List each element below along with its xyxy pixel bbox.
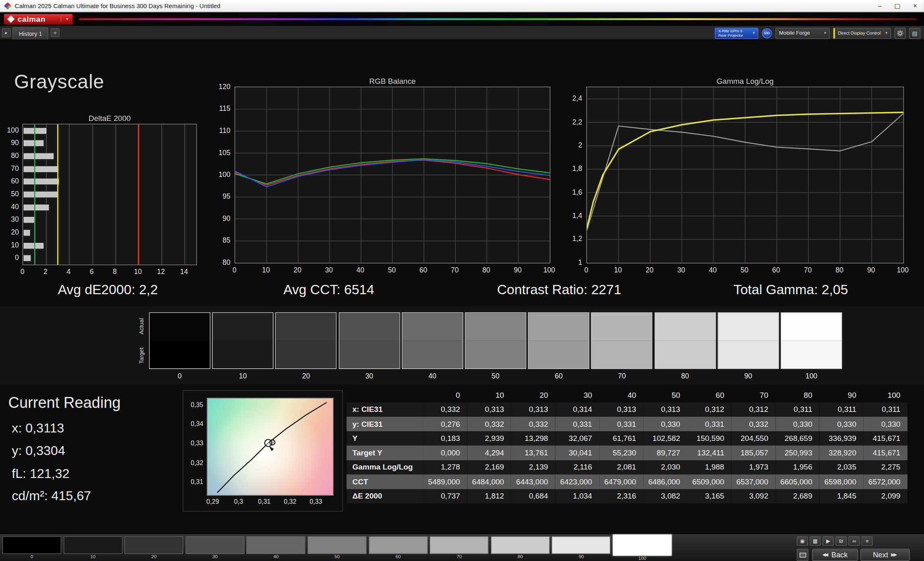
swatch-level-label: 60 [529,372,589,380]
reference-line [57,125,58,265]
table-cell: 2,316 [599,489,643,503]
swatch-target [529,341,589,368]
table-col-header-70: 70 [731,388,775,402]
swatch-target [465,341,525,368]
table-row-label: ΔE 2000 [347,489,423,503]
grayscale-swatch-70: 70 [591,312,652,369]
table-row: Target Y0,0004,29413,76130,04155,23089,7… [347,445,907,460]
next-label: Next [873,551,888,559]
x-tick-label: 60 [419,266,428,274]
grayscale-swatch-10: 10 [212,312,274,369]
y-tick-label: 1,8 [572,164,582,172]
table-cell: 0,331 [555,417,599,431]
x-tick-label: 70 [451,266,459,274]
x-tick-label: 4 [66,268,71,276]
table-row-label: Target Y [347,445,423,460]
deltae-bar-70 [23,165,59,172]
gamma-chart [586,87,904,264]
x-tick-label: 2 [44,268,48,276]
table-row: Gamma Log/Log1,2782,1692,1392,1162,0812,… [347,460,907,474]
target-icon[interactable]: ◉ [797,536,808,546]
y-tick-label: 100 [7,126,19,134]
table-row: x: CIE310,3320,3130,3130,3140,3130,3130,… [347,402,907,417]
table-row-label: y: CIE31 [347,417,423,431]
y-tick-label: 100 [218,170,230,179]
table-cell: 2,035 [819,460,863,474]
x-tick-label: 80 [835,266,843,274]
table-cell: 204,550 [731,431,775,446]
table-cell: 6537,000 [731,474,775,489]
gamma-chart-title: Gamma Log/Log [586,77,904,85]
swatch-level-label: 70 [592,372,652,380]
table-row-label: Y [347,431,423,446]
table-cell: 1,973 [731,460,775,474]
table-cell: 2,169 [467,460,511,474]
x-tick-label: 70 [804,266,812,274]
x-tick-label: 0,3 [234,498,243,505]
y-tick-label: 1 [578,258,582,266]
currency-icon[interactable]: ₪ [836,536,847,546]
table-cell: 6605,000 [775,474,819,489]
y-tick-label: 95 [222,192,230,200]
swatch-target [781,341,841,368]
gridline [69,125,70,265]
x-tick-label: 60 [772,266,780,274]
table-cell: 32,067 [555,431,599,446]
deltae-y-axis: 1009080706050403020100 [0,124,21,265]
next-button[interactable]: Next ▶▶ [860,549,910,561]
table-cell: 3,082 [643,489,687,503]
pattern-window-icon[interactable] [797,549,808,561]
table-col-header-80: 80 [775,388,819,402]
y-tick-label: 80 [11,152,19,160]
grid-icon[interactable]: ▦ [810,536,821,546]
pattern-tools: ◉▦▶₪∞≡ [0,534,924,561]
table-cell: 1,278 [423,460,467,474]
x-tick-label: 12 [157,268,165,276]
y-tick-label: 85 [222,236,230,244]
infinity-icon[interactable]: ∞ [849,536,860,546]
reading-fl: fL: 121,32 [12,466,69,482]
swatch-target [592,341,652,368]
back-button[interactable]: ◀◀ Back [812,549,858,561]
x-tick-label: 100 [897,266,909,274]
deltae-bar-60 [23,178,60,185]
table-cell: 13,298 [511,431,555,446]
cie-chart-panel: 0,350,340,330,320,31 0,290,30,310,320,33 [183,390,343,511]
x-tick-label: 100 [543,266,555,274]
cursor-pointer [269,446,274,451]
table-col-header-100: 100 [864,388,907,402]
calman-window: Calman 2025 Calman Ultimate for Business… [0,0,924,561]
grayscale-swatch-90: 90 [718,312,779,369]
measurement-table: 0102030405060708090100x: CIE310,3320,313… [347,388,907,503]
x-tick-label: 0,29 [206,498,219,505]
swatch-actual [529,313,589,341]
y-tick-label: 70 [11,164,19,172]
x-tick-label: 0 [21,268,25,276]
locus-curve [217,402,327,492]
y-tick-label: 30 [11,215,19,223]
swatch-actual [276,313,336,341]
table-cell: 2,275 [864,460,907,474]
y-tick-label: 1,2 [572,235,582,243]
table-cell: 6572,000 [864,474,907,489]
x-tick-label: 30 [325,266,333,274]
table-cell: 0,000 [423,445,467,460]
table-col-header-50: 50 [643,388,687,402]
grayscale-swatch-60: 60 [528,312,589,369]
gamma-y-axis: 2,42,221,81,61,41,21 [563,87,584,264]
table-col-header-40: 40 [599,388,643,402]
table-cell: 0,332 [511,417,555,431]
play-icon[interactable]: ▶ [822,536,834,546]
swatch-target [402,341,462,368]
table-col-header-90: 90 [819,388,863,402]
table-cell: 1,812 [467,489,511,503]
table-cell: 0,312 [687,402,731,417]
swatch-level-label: 40 [402,372,462,380]
grayscale-swatch-20: 20 [275,312,336,369]
list-icon[interactable]: ≡ [862,536,873,546]
y-tick-label: 0,35 [191,401,203,408]
grayscale-swatch-30: 30 [338,312,400,369]
table-cell: 0,332 [467,417,511,431]
table-cell: 55,230 [599,445,643,460]
swatch-target [276,341,336,368]
